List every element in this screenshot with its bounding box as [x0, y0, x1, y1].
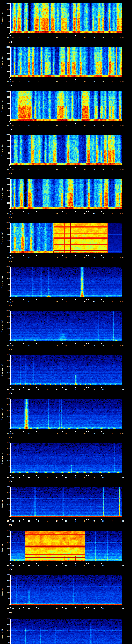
- time-tick-label: 25: [56, 37, 58, 38]
- freq-axis-minor-tick: [122, 92, 122, 93]
- time-tick-label: 30: [65, 432, 67, 434]
- freq-tick-label: 200: [4, 554, 10, 556]
- time-axis-minor-tick: [44, 36, 44, 36]
- time-axis-minor-tick: [42, 344, 42, 344]
- time-axis-minor-tick: [74, 36, 74, 36]
- panel-start-time: 15:36:00: [7, 344, 14, 346]
- time-tick-label: 50: [102, 344, 104, 346]
- freq-axis-minor-tick: [10, 376, 10, 376]
- time-axis-minor-tick: [12, 431, 12, 432]
- time-axis-tick: [112, 79, 113, 80]
- time-axis-minor-tick: [12, 80, 12, 80]
- freq-tick-label: 200: [4, 422, 10, 424]
- time-axis-tick: [103, 211, 104, 212]
- freq-axis-minor-tick: [10, 500, 10, 500]
- freq-axis-tick: [10, 191, 10, 191]
- freq-axis-minor-tick: [122, 160, 122, 161]
- freq-tick-label: 400: [4, 592, 10, 594]
- time-axis-minor-tick: [114, 475, 114, 476]
- time-axis-minor-tick: [40, 431, 40, 432]
- time-tick-label: 5: [19, 564, 20, 566]
- time-axis-tick: [112, 518, 113, 520]
- time-tick-label: 55: [112, 344, 113, 346]
- panel-start-time: 15:31:00: [7, 125, 14, 126]
- frequency-axis-label-box: Frequency (Hz): [1, 443, 3, 473]
- time-axis-minor-tick: [109, 387, 109, 388]
- freq-tick-label: 0: [4, 164, 10, 166]
- time-tick-label: 35: [74, 125, 76, 126]
- time-tick-label: 30: [65, 125, 67, 126]
- time-axis-line: [10, 432, 122, 432]
- freq-axis-tick: [10, 59, 10, 59]
- time-axis-minor-tick: [100, 563, 100, 564]
- time-axis-tick: [112, 562, 113, 564]
- freq-tick-label: 600: [4, 14, 10, 16]
- time-axis-line: [10, 80, 122, 80]
- time-axis-minor-tick: [70, 300, 70, 300]
- time-axis-minor-tick: [51, 431, 52, 432]
- freq-axis-minor-tick: [10, 515, 10, 516]
- panel-start-time: 15:41:00: [7, 564, 14, 566]
- time-axis-minor-tick: [114, 344, 114, 344]
- freq-axis-minor-tick: [10, 426, 10, 426]
- freq-tick-label: 600: [4, 630, 10, 632]
- frequency-axis-label-box: Frequency (Hz): [1, 619, 3, 644]
- time-axis-minor-tick: [31, 431, 31, 432]
- freq-axis-minor-tick: [10, 458, 10, 458]
- time-axis-minor-tick: [25, 475, 26, 476]
- time-axis-minor-tick: [105, 212, 105, 212]
- time-tick-label: 25: [56, 300, 58, 302]
- time-axis-minor-tick: [40, 563, 40, 564]
- time-axis-minor-tick: [105, 124, 105, 124]
- time-axis-minor-tick: [12, 124, 12, 124]
- time-axis-minor-tick: [46, 519, 46, 520]
- spectrogram-panel-15-31-00: Frequency (Hz)1000800600400200015:31:005…: [0, 88, 132, 132]
- time-axis-minor-tick: [64, 80, 64, 80]
- freq-tick-label: 600: [4, 586, 10, 588]
- freq-tick-label: 800: [4, 272, 10, 274]
- spectrogram-canvas: [10, 487, 122, 517]
- time-axis-tick: [38, 299, 38, 300]
- time-axis-minor-tick: [49, 563, 50, 564]
- time-axis-minor-tick: [96, 168, 96, 168]
- time-tick-label: 20: [47, 213, 48, 214]
- freq-axis-minor-tick: [122, 242, 122, 243]
- time-axis-minor-tick: [109, 475, 109, 476]
- freq-axis-tick: [10, 341, 10, 341]
- time-axis-minor-tick: [49, 344, 50, 344]
- time-axis-minor-tick: [120, 212, 120, 212]
- freq-axis-tick: [122, 516, 122, 517]
- time-axis-minor-tick: [53, 124, 53, 124]
- panel-end-time: 30:00: [120, 37, 124, 38]
- spectrogram-panel-15-30-00: Frequency (Hz)1000800600400200015:30:005…: [0, 44, 132, 88]
- time-tick-label: 20: [47, 608, 48, 610]
- time-axis-minor-tick: [120, 36, 120, 36]
- time-axis-minor-tick: [22, 80, 22, 80]
- freq-axis-minor-tick: [122, 250, 122, 250]
- freq-axis-minor-tick: [122, 446, 122, 446]
- time-axis-minor-tick: [53, 607, 53, 608]
- freq-axis-minor-tick: [122, 198, 122, 199]
- time-axis-tick: [48, 35, 48, 36]
- date-line: 2015: [9, 393, 12, 394]
- time-axis-minor-tick: [105, 607, 105, 608]
- freq-axis-minor-tick: [122, 192, 122, 193]
- freq-tick-label: 600: [4, 542, 10, 544]
- time-axis-minor-tick: [46, 387, 46, 388]
- date-line: 2015: [9, 349, 12, 350]
- time-axis-tick: [103, 255, 104, 256]
- freq-axis-minor-tick: [10, 118, 10, 118]
- freq-axis-minor-tick: [122, 204, 122, 205]
- spectrogram-panel-15-36-00: Frequency (Hz)1000800600400200015:36:005…: [0, 308, 132, 352]
- time-axis-minor-tick: [49, 256, 50, 256]
- time-axis-tick: [29, 167, 29, 168]
- freq-axis-minor-tick: [10, 164, 10, 164]
- freq-axis-minor-tick: [122, 452, 122, 452]
- time-tick-label: 35: [74, 256, 76, 258]
- time-axis-tick: [29, 518, 29, 520]
- time-axis-minor-tick: [55, 431, 55, 432]
- time-axis-minor-tick: [60, 80, 61, 80]
- time-axis-minor-tick: [109, 344, 109, 344]
- freq-axis-tick: [122, 423, 122, 423]
- time-axis-minor-tick: [96, 344, 96, 344]
